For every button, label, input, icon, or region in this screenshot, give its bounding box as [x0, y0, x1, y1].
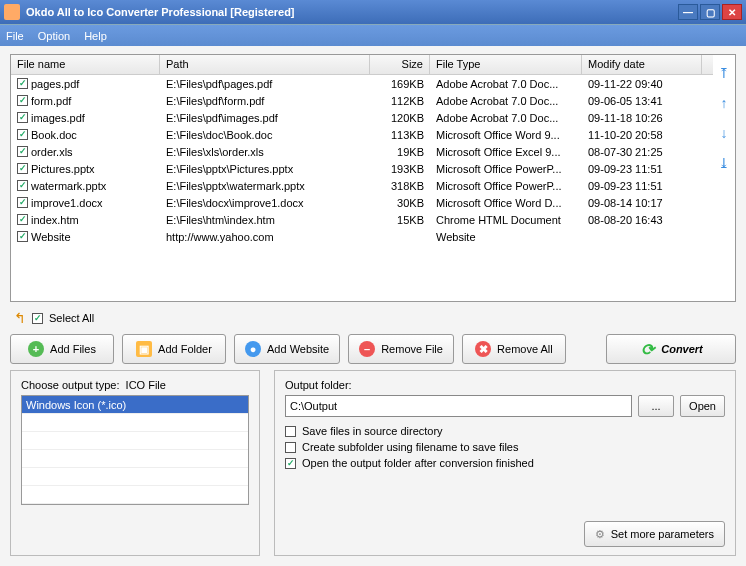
menu-file[interactable]: File	[6, 30, 24, 42]
minimize-button[interactable]: —	[678, 4, 698, 20]
create-subfolder-label: Create subfolder using filename to save …	[302, 441, 518, 453]
file-size: 30KB	[370, 197, 430, 209]
row-checkbox[interactable]: ✓	[17, 112, 28, 123]
file-type: Website	[430, 231, 582, 243]
output-folder-input[interactable]	[285, 395, 632, 417]
row-checkbox[interactable]: ✓	[17, 231, 28, 242]
file-path: E:\Files\docx\improve1.docx	[160, 197, 370, 209]
table-row[interactable]: ✓Book.docE:\Files\doc\Book.doc113KBMicro…	[11, 126, 713, 143]
browse-button[interactable]: ...	[638, 395, 674, 417]
open-after-checkbox[interactable]: ✓	[285, 458, 296, 469]
row-checkbox[interactable]: ✓	[17, 129, 28, 140]
open-folder-button[interactable]: Open	[680, 395, 725, 417]
close-button[interactable]: ✕	[722, 4, 742, 20]
file-path: E:\Files\pptx\Pictures.pptx	[160, 163, 370, 175]
file-path: E:\Files\pdf\images.pdf	[160, 112, 370, 124]
output-type-panel: Choose output type: ICO File Windows Ico…	[10, 370, 260, 556]
table-row[interactable]: ✓Websitehttp://www.yahoo.comWebsite	[11, 228, 713, 245]
remove-all-button[interactable]: ✖Remove All	[462, 334, 566, 364]
output-type-option[interactable]: Windows Icon (*.ico)	[22, 396, 248, 414]
row-checkbox[interactable]: ✓	[17, 214, 28, 225]
move-down-icon[interactable]: ↓	[716, 125, 732, 141]
row-checkbox[interactable]: ✓	[17, 180, 28, 191]
file-size: 15KB	[370, 214, 430, 226]
file-size: 19KB	[370, 146, 430, 158]
file-size: 318KB	[370, 180, 430, 192]
col-date[interactable]: Modify date	[582, 55, 702, 74]
table-row[interactable]: ✓order.xlsE:\Files\xls\order.xls19KBMicr…	[11, 143, 713, 160]
col-type[interactable]: File Type	[430, 55, 582, 74]
maximize-button[interactable]: ▢	[700, 4, 720, 20]
table-header: File name Path Size File Type Modify dat…	[11, 55, 713, 75]
file-name: order.xls	[31, 146, 73, 158]
remove-file-button[interactable]: –Remove File	[348, 334, 454, 364]
reorder-buttons: ⤒ ↑ ↓ ⤓	[713, 55, 735, 301]
row-checkbox[interactable]: ✓	[17, 146, 28, 157]
file-path: http://www.yahoo.com	[160, 231, 370, 243]
col-path[interactable]: Path	[160, 55, 370, 74]
save-in-source-checkbox[interactable]	[285, 426, 296, 437]
file-name: Pictures.pptx	[31, 163, 95, 175]
open-after-label: Open the output folder after conversion …	[302, 457, 534, 469]
file-list: File name Path Size File Type Modify dat…	[10, 54, 736, 302]
table-row[interactable]: ✓Pictures.pptxE:\Files\pptx\Pictures.ppt…	[11, 160, 713, 177]
output-folder-panel: Output folder: ... Open Save files in so…	[274, 370, 736, 556]
output-folder-label: Output folder:	[285, 379, 725, 391]
file-name: pages.pdf	[31, 78, 79, 90]
file-path: E:\Files\pptx\watermark.pptx	[160, 180, 370, 192]
file-date: 08-07-30 21:25	[582, 146, 702, 158]
create-subfolder-checkbox[interactable]	[285, 442, 296, 453]
file-name: improve1.docx	[31, 197, 103, 209]
row-checkbox[interactable]: ✓	[17, 163, 28, 174]
file-size: 193KB	[370, 163, 430, 175]
file-type: Microsoft Office Word D...	[430, 197, 582, 209]
row-checkbox[interactable]: ✓	[17, 78, 28, 89]
row-checkbox[interactable]: ✓	[17, 95, 28, 106]
plus-icon: +	[28, 341, 44, 357]
move-up-icon[interactable]: ↑	[716, 95, 732, 111]
file-type: Adobe Acrobat 7.0 Doc...	[430, 95, 582, 107]
add-website-button[interactable]: ●Add Website	[234, 334, 340, 364]
table-row[interactable]: ✓pages.pdfE:\Files\pdf\pages.pdf169KBAdo…	[11, 75, 713, 92]
file-date: 09-09-23 11:51	[582, 163, 702, 175]
table-row[interactable]: ✓form.pdfE:\Files\pdf\form.pdf112KBAdobe…	[11, 92, 713, 109]
file-date: 11-10-20 20:58	[582, 129, 702, 141]
table-body: ✓pages.pdfE:\Files\pdf\pages.pdf169KBAdo…	[11, 75, 713, 245]
file-type: Adobe Acrobat 7.0 Doc...	[430, 78, 582, 90]
select-all-checkbox[interactable]: ✓	[32, 313, 43, 324]
set-more-parameters-button[interactable]: ⚙Set more parameters	[584, 521, 725, 547]
minus-icon: –	[359, 341, 375, 357]
file-path: E:\Files\pdf\form.pdf	[160, 95, 370, 107]
add-folder-button[interactable]: ▣Add Folder	[122, 334, 226, 364]
move-top-icon[interactable]: ⤒	[716, 65, 732, 81]
file-size: 169KB	[370, 78, 430, 90]
move-bottom-icon[interactable]: ⤓	[716, 155, 732, 171]
file-date: 09-11-22 09:40	[582, 78, 702, 90]
output-type-list[interactable]: Windows Icon (*.ico)	[21, 395, 249, 505]
file-type: Microsoft Office PowerP...	[430, 163, 582, 175]
remove-all-icon: ✖	[475, 341, 491, 357]
add-files-button[interactable]: +Add Files	[10, 334, 114, 364]
file-name: watermark.pptx	[31, 180, 106, 192]
save-in-source-label: Save files in source directory	[302, 425, 443, 437]
file-name: Book.doc	[31, 129, 77, 141]
file-name: Website	[31, 231, 71, 243]
col-name[interactable]: File name	[11, 55, 160, 74]
convert-button[interactable]: ⟳Convert	[606, 334, 736, 364]
menu-help[interactable]: Help	[84, 30, 107, 42]
table-row[interactable]: ✓images.pdfE:\Files\pdf\images.pdf120KBA…	[11, 109, 713, 126]
file-date: 09-09-23 11:51	[582, 180, 702, 192]
gear-icon: ⚙	[595, 528, 605, 541]
file-size: 112KB	[370, 95, 430, 107]
file-date: 09-11-18 10:26	[582, 112, 702, 124]
up-level-icon[interactable]: ↰	[14, 310, 26, 326]
row-checkbox[interactable]: ✓	[17, 197, 28, 208]
table-row[interactable]: ✓watermark.pptxE:\Files\pptx\watermark.p…	[11, 177, 713, 194]
menu-option[interactable]: Option	[38, 30, 70, 42]
table-row[interactable]: ✓index.htmE:\Files\htm\index.htm15KBChro…	[11, 211, 713, 228]
table-row[interactable]: ✓improve1.docxE:\Files\docx\improve1.doc…	[11, 194, 713, 211]
app-icon	[4, 4, 20, 20]
col-size[interactable]: Size	[370, 55, 430, 74]
file-type: Microsoft Office Excel 9...	[430, 146, 582, 158]
file-type: Adobe Acrobat 7.0 Doc...	[430, 112, 582, 124]
